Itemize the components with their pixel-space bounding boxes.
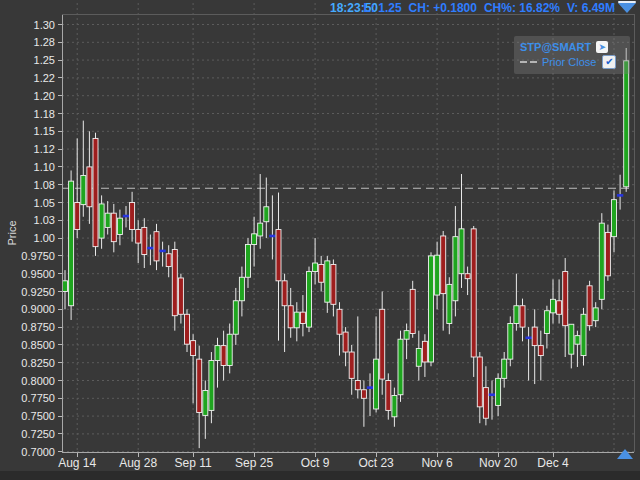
x-tick-label: Oct 9: [301, 456, 330, 470]
y-tick-label: 1.12: [34, 143, 55, 155]
x-tick-label: Aug 28: [119, 456, 157, 470]
bull-candle: [209, 361, 214, 411]
bull-candle: [599, 223, 604, 299]
y-tick-label: 1.05: [34, 197, 55, 209]
bear-candle: [191, 341, 196, 356]
bull-candle: [612, 200, 617, 237]
chart-window: 18:23:50 L: 1.25CH: +0.1800CH%: 16.82%V:…: [0, 0, 640, 480]
y-tick-label: 1.03: [34, 214, 55, 226]
bear-candle: [197, 359, 202, 412]
bear-candle: [349, 352, 354, 378]
quote-volume: V: 6.49M: [567, 1, 615, 15]
bull-candle: [258, 223, 263, 236]
y-tick-label: 0.9750: [21, 250, 55, 262]
y-tick-label: 1.30: [34, 19, 55, 31]
bull-candle: [593, 308, 598, 321]
bull-candle: [508, 324, 513, 360]
bear-candle: [142, 227, 147, 254]
bear-candle: [178, 278, 183, 314]
bear-candle: [483, 388, 488, 419]
bull-candle: [252, 234, 257, 245]
quote-summary: L: 1.25CH: +0.1800CH%: 16.82%V: 6.49M: [357, 1, 615, 15]
y-tick-label: 1.22: [34, 72, 55, 84]
bull-candle: [429, 256, 434, 362]
x-tick-label: Nov 20: [479, 456, 517, 470]
bull-candle: [264, 207, 269, 222]
bear-candle: [355, 381, 360, 390]
bear-candle: [538, 346, 543, 356]
bull-candle: [575, 336, 580, 345]
scroll-to-latest-icon[interactable]: [617, 449, 633, 459]
y-tick-label: 1.25: [34, 54, 55, 66]
bear-candle: [386, 381, 391, 411]
quote-change: CH: +0.1800: [409, 1, 477, 15]
y-tick-label: 0.8750: [21, 321, 55, 333]
bear-candle: [563, 272, 568, 326]
bull-candle: [569, 324, 574, 354]
bear-candle: [75, 203, 80, 230]
bull-candle: [233, 301, 238, 334]
bear-candle: [221, 346, 226, 366]
bull-candle: [502, 359, 507, 378]
bear-candle: [343, 332, 348, 352]
bull-candle: [81, 175, 86, 204]
bear-candle: [282, 281, 287, 306]
legend-prior-close-label: Prior Close: [542, 56, 596, 68]
y-tick-label: 0.8250: [21, 357, 55, 369]
y-tick-label: 0.7750: [21, 392, 55, 404]
bull-candle: [227, 334, 232, 365]
y-tick-label: 1.10: [34, 161, 55, 173]
bear-candle: [300, 312, 305, 323]
bull-candle: [239, 277, 244, 300]
prior-close-line-sample: [530, 61, 537, 63]
y-tick-label: 0.8500: [21, 339, 55, 351]
bull-candle: [307, 272, 312, 328]
bear-candle: [557, 301, 562, 315]
bull-candle: [215, 346, 220, 361]
bull-candle: [447, 284, 452, 323]
y-tick-label: 0.8000: [21, 375, 55, 387]
bear-candle: [441, 236, 446, 294]
bull-candle: [117, 218, 122, 234]
prior-close-checkbox[interactable]: ✔: [602, 55, 616, 69]
y-tick-label: 0.9250: [21, 286, 55, 298]
funnel-icon-triangle: [618, 3, 636, 13]
bear-candle: [319, 264, 324, 282]
y-tick-label: 1.18: [34, 108, 55, 120]
bear-candle: [111, 213, 116, 241]
bull-candle: [459, 229, 464, 274]
y-tick-label: 1.08: [34, 179, 55, 191]
y-tick-label: 1.28: [34, 36, 55, 48]
bull-candle: [581, 314, 586, 355]
bull-candle: [294, 312, 299, 328]
bull-candle: [496, 378, 501, 405]
bull-candle: [313, 263, 318, 272]
bull-candle: [69, 181, 74, 306]
funnel-icon[interactable]: [617, 1, 637, 16]
x-tick-label: Dec 4: [537, 456, 569, 470]
quote-change-pct: CH%: 16.82%: [484, 1, 560, 15]
bear-candle: [532, 327, 537, 346]
bull-candle: [105, 213, 110, 227]
bear-candle: [465, 274, 470, 279]
bull-candle: [203, 390, 208, 415]
bull-candle: [99, 204, 104, 238]
bull-candle: [374, 359, 379, 409]
y-axis-title: Price: [6, 220, 18, 245]
bull-candle: [624, 61, 629, 187]
x-tick-label: Sep 25: [235, 456, 273, 470]
legend-symbol-label[interactable]: STP@SMART: [520, 41, 591, 53]
bear-candle: [471, 229, 476, 357]
bull-candle: [392, 395, 397, 416]
bear-candle: [136, 230, 141, 244]
chart-settings-icon[interactable]: ➤: [596, 41, 608, 53]
y-tick-label: 1.20: [34, 90, 55, 102]
bear-candle: [130, 203, 135, 230]
bear-candle: [166, 254, 171, 267]
bull-candle: [246, 245, 251, 278]
bear-candle: [185, 314, 190, 344]
bull-candle: [551, 299, 556, 313]
y-tick-label: 0.7000: [21, 446, 55, 458]
bull-candle: [404, 331, 409, 340]
x-tick-label: Sep 11: [175, 456, 212, 470]
